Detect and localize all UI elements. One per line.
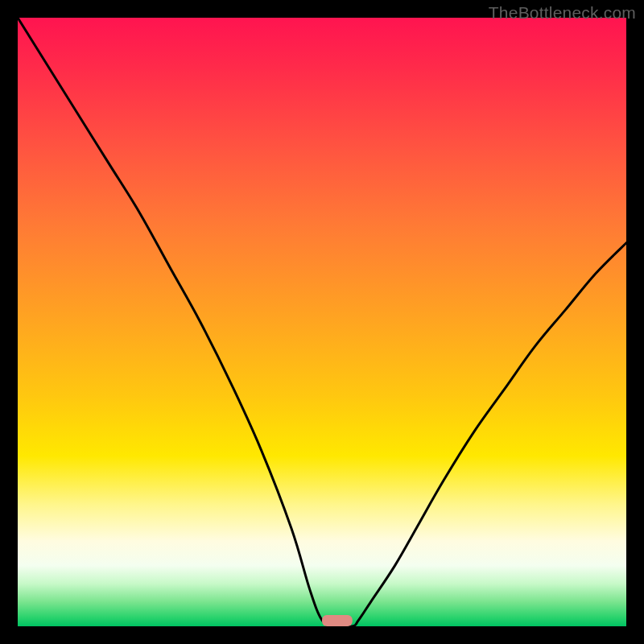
plot-area: [18, 18, 626, 626]
curve-svg: [18, 18, 626, 626]
plateau-marker: [322, 615, 353, 626]
watermark-text: TheBottleneck.com: [489, 3, 636, 23]
chart-frame: TheBottleneck.com: [0, 0, 644, 644]
bottleneck-curve: [18, 18, 626, 626]
